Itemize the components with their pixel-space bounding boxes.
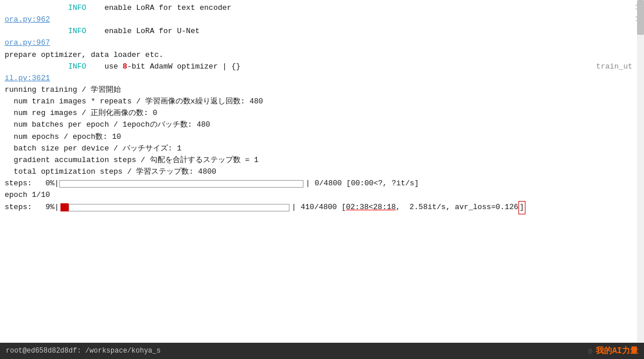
info-label: INFO <box>68 2 86 14</box>
steps-right-0: | 0/4800 [00:00<?, ?it/s] <box>306 178 419 189</box>
line-file-3621: il.py:3621 <box>0 73 644 84</box>
line-batch-size: batch size per device / バッチサイズ: 1 <box>0 143 644 155</box>
info-indent-2 <box>5 26 68 37</box>
info-use: use <box>105 61 123 73</box>
info-adamw-text: -bit AdamW optimizer | {} <box>127 61 241 73</box>
info-text-2: enable LoRA for U-Net <box>105 26 200 37</box>
bottom-status-bar: root@ed658d82d8df: /workspace/kohya_s @ … <box>0 343 644 359</box>
line-num-train-images: num train images * repeats / 学習画像の数x繰り返し… <box>0 96 644 107</box>
info-gap <box>86 2 104 14</box>
line-info-lora-text: INFO enable LoRA for text encoder 1 <box>0 2 644 14</box>
bracket-close: ] <box>518 201 525 214</box>
progress-bar-9 <box>69 204 289 211</box>
line-num-reg-images: num reg images / 正則化画像の数: 0 <box>0 107 644 119</box>
line-total-steps: total optimization steps / 学習ステップ数: 4800 <box>0 166 644 178</box>
brand-text: 我的AI力量 <box>596 346 638 356</box>
steps-right-post-9: , 2.58it/s, avr_loss=0.126 <box>396 202 518 213</box>
num-train-text: num train images * repeats / 学習画像の数x繰り返し… <box>5 96 263 107</box>
cursor-0: | <box>55 178 59 189</box>
steps-label-0: steps: 0% <box>5 178 55 189</box>
scrollbar-thumb[interactable] <box>637 0 644 35</box>
info-gap-2 <box>86 26 104 37</box>
line-epoch: epoch 1/10 <box>0 189 644 201</box>
terminal-window: INFO enable LoRA for text encoder 1 ora.… <box>0 0 644 359</box>
running-training-text: running training / 学習開始 <box>5 84 121 96</box>
line-info-adamw: INFO use 8 -bit AdamW optimizer | {} tra… <box>0 61 644 73</box>
file-link-967[interactable]: ora.py:967 <box>5 37 50 49</box>
right-label-trainut: train_ut <box>596 61 632 73</box>
terminal-content: INFO enable LoRA for text encoder 1 ora.… <box>0 0 644 217</box>
cursor-9: | <box>55 202 59 213</box>
info-label-3: INFO <box>68 61 86 73</box>
file-link-3621[interactable]: il.py:3621 <box>5 73 50 84</box>
line-file-962: ora.py:962 1 <box>0 14 644 26</box>
total-steps-text: total optimization steps / 学習ステップ数: 4800 <box>5 166 216 178</box>
info-text: enable LoRA for text encoder <box>105 2 231 14</box>
line-steps-0: steps: 0% | | 0/4800 [00:00<?, ?it/s] <box>0 178 644 189</box>
steps-right-pre-9: | 410/4800 [ <box>292 202 346 213</box>
watermark-area: @ 我的AI力量 <box>588 346 638 356</box>
terminal-path: root@ed658d82d8df: /workspace/kohya_s <box>6 347 160 355</box>
line-num-epochs: num epochs / epoch数: 10 <box>0 131 644 143</box>
line-file-967: ora.py:967 <box>0 37 644 49</box>
info-gap-3 <box>86 61 104 73</box>
line-running-training: running training / 学習開始 <box>0 84 644 96</box>
progress-cursor-block <box>60 203 69 211</box>
file-link-962[interactable]: ora.py:962 <box>5 14 50 26</box>
line-num-batches: num batches per epoch / 1epochのバッチ数: 480 <box>0 119 644 131</box>
bit-highlight: 8 <box>123 61 127 73</box>
prepare-text: prepare optimizer, data loader etc. <box>5 49 163 61</box>
progress-bar-0 <box>59 180 303 188</box>
line-steps-9: steps: 9% | | 410/4800 [ 02:38<28:18 , 2… <box>0 201 644 214</box>
num-batches-text: num batches per epoch / 1epochのバッチ数: 480 <box>5 119 210 131</box>
at-symbol: @ <box>588 348 592 355</box>
line-prepare-optimizer: prepare optimizer, data loader etc. <box>0 49 644 61</box>
num-reg-text: num reg images / 正則化画像の数: 0 <box>5 107 158 119</box>
epoch-text: epoch 1/10 <box>5 189 50 201</box>
line-gradient-accum: gradient accumulation steps / 勾配を合計するステッ… <box>0 155 644 166</box>
num-epochs-text: num epochs / epoch数: 10 <box>5 131 121 143</box>
scrollbar[interactable] <box>637 0 644 359</box>
gradient-accum-text: gradient accumulation steps / 勾配を合計するステッ… <box>5 155 259 166</box>
info-indent-3 <box>5 61 68 73</box>
time-elapsed-9: 02:38<28:18 <box>346 202 396 213</box>
info-indent <box>5 2 68 14</box>
batch-size-text: batch size per device / バッチサイズ: 1 <box>5 143 181 155</box>
line-info-lora-unet: INFO enable LoRA for U-Net <box>0 26 644 37</box>
steps-label-9: steps: 9% <box>5 202 55 213</box>
info-label-2: INFO <box>68 26 86 37</box>
